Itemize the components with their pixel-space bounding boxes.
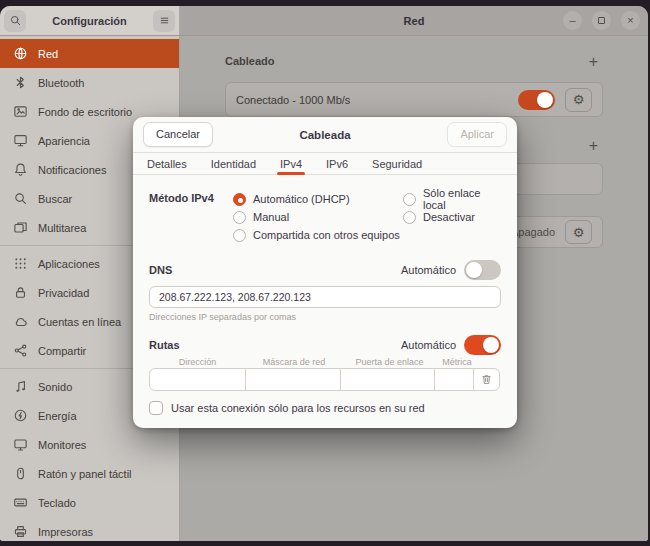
apps-grid-icon xyxy=(13,256,28,271)
wired-toggle[interactable] xyxy=(518,90,555,110)
sidebar-label: Cuentas en línea xyxy=(38,316,121,328)
radio-solo-enlace-local[interactable]: Sólo enlace local xyxy=(403,190,501,208)
close-button[interactable]: × xyxy=(621,11,640,30)
col-direccion: Dirección xyxy=(149,357,246,367)
mouse-icon xyxy=(13,466,28,481)
window-controls: – × xyxy=(563,11,640,30)
titlebar-left: Configuración xyxy=(0,6,180,35)
radio-label: Desactivar xyxy=(423,211,475,223)
bluetooth-icon xyxy=(13,75,28,90)
dns-auto-label: Automático xyxy=(401,264,456,276)
sidebar-label: Fondo de escritorio xyxy=(38,106,132,118)
tab-ipv6[interactable]: IPv6 xyxy=(314,153,360,174)
method-label: Método IPv4 xyxy=(149,190,233,244)
proxy-status: Apagado xyxy=(511,226,555,238)
col-mascara: Máscara de red xyxy=(246,357,342,367)
routes-section: Rutas Automático Dirección Máscara de re… xyxy=(149,335,501,415)
wired-settings-button[interactable]: ⚙ xyxy=(565,88,592,112)
sidebar-item-bluetooth[interactable]: Bluetooth xyxy=(0,68,179,97)
appearance-icon xyxy=(13,133,28,148)
sidebar-label: Energía xyxy=(38,410,77,422)
tab-seguridad[interactable]: Seguridad xyxy=(360,153,434,174)
radio-label: Compartida con otros equipos xyxy=(253,229,400,241)
routes-auto-group: Automático xyxy=(401,335,501,355)
dns-servers-input[interactable] xyxy=(149,286,501,308)
route-metric-input[interactable] xyxy=(434,368,474,391)
add-wired-button[interactable]: + xyxy=(589,54,598,70)
sidebar-label: Impresoras xyxy=(38,526,93,538)
radio-icon xyxy=(233,211,246,224)
sidebar-label: Notificaciones xyxy=(38,164,106,176)
wired-connection-row[interactable]: Conectado - 1000 Mb/s ⚙ xyxy=(225,82,603,117)
dialog-body: Método IPv4 Automático (DHCP) Manual Com… xyxy=(133,190,517,415)
sidebar-label: Privacidad xyxy=(38,287,89,299)
titlebar: Configuración Red – × xyxy=(0,6,648,36)
add-vpn-button[interactable]: + xyxy=(589,138,598,154)
wired-settings-dialog: Cancelar Cableada Aplicar Detalles Ident… xyxy=(133,117,517,428)
route-address-input[interactable] xyxy=(149,368,246,391)
radio-manual[interactable]: Manual xyxy=(233,208,403,226)
wired-section-title: Cableado xyxy=(225,55,275,67)
radio-label: Automático (DHCP) xyxy=(253,193,350,205)
restrict-connection-label: Usar esta conexión sólo para los recurso… xyxy=(171,402,425,414)
method-options-left: Automático (DHCP) Manual Compartida con … xyxy=(233,190,403,244)
dialog-header: Cancelar Cableada Aplicar xyxy=(133,117,517,153)
dns-label: DNS xyxy=(149,264,172,276)
music-note-icon xyxy=(13,379,28,394)
restrict-connection-row[interactable]: Usar esta conexión sólo para los recurso… xyxy=(149,401,501,415)
plus-icon: + xyxy=(589,53,598,70)
routes-label: Rutas xyxy=(149,339,180,351)
routes-column-headers: Dirección Máscara de red Puerta de enlac… xyxy=(149,357,501,367)
route-entry-row xyxy=(149,368,501,391)
radio-label: Sólo enlace local xyxy=(423,187,501,211)
tab-ipv4[interactable]: IPv4 xyxy=(268,153,314,174)
maximize-button[interactable] xyxy=(592,11,611,30)
network-globe-icon xyxy=(13,46,28,61)
sidebar-item-monitores[interactable]: Monitores xyxy=(0,430,179,459)
radio-compartida[interactable]: Compartida con otros equipos xyxy=(233,226,403,244)
lock-icon xyxy=(13,285,28,300)
tab-identidad[interactable]: Identidad xyxy=(199,153,268,174)
routes-auto-label: Automático xyxy=(401,339,456,351)
dns-section: DNS Automático Direcciones IP separadas … xyxy=(149,260,501,322)
checkbox-icon xyxy=(149,401,163,415)
search-icon xyxy=(13,191,28,206)
route-netmask-input[interactable] xyxy=(245,368,341,391)
power-icon xyxy=(13,408,28,423)
proxy-settings-button[interactable]: ⚙ xyxy=(565,220,592,244)
sidebar-label: Red xyxy=(38,48,58,60)
routes-auto-toggle[interactable] xyxy=(464,335,501,355)
dns-auto-toggle[interactable] xyxy=(464,260,501,280)
titlebar-right: Red – × xyxy=(180,6,648,35)
radio-automatico-dhcp[interactable]: Automático (DHCP) xyxy=(233,190,403,208)
sidebar-label: Compartir xyxy=(38,345,86,357)
radio-icon xyxy=(233,193,246,206)
sidebar-item-red[interactable]: Red xyxy=(0,39,179,68)
method-options-right: Sólo enlace local Desactivar xyxy=(403,190,501,244)
dialog-tabs: Detalles Identidad IPv4 IPv6 Seguridad xyxy=(133,153,517,175)
dns-hint: Direcciones IP separadas por comas xyxy=(149,312,501,322)
delete-route-button[interactable] xyxy=(473,368,500,391)
sidebar-label: Multitarea xyxy=(38,222,86,234)
route-gateway-input[interactable] xyxy=(340,368,435,391)
plus-icon: + xyxy=(589,137,598,154)
minimize-button[interactable]: – xyxy=(563,11,582,30)
sidebar-label: Ratón y panel táctil xyxy=(38,468,132,480)
menu-button[interactable] xyxy=(153,10,175,32)
keyboard-icon xyxy=(13,495,28,510)
apply-button[interactable]: Aplicar xyxy=(447,122,507,146)
cancel-button[interactable]: Cancelar xyxy=(143,122,213,146)
sidebar-label: Sonido xyxy=(38,381,72,393)
tab-detalles[interactable]: Detalles xyxy=(135,153,199,174)
sidebar-item-teclado[interactable]: Teclado xyxy=(0,488,179,517)
sidebar-item-raton[interactable]: Ratón y panel táctil xyxy=(0,459,179,488)
bell-icon xyxy=(13,162,28,177)
display-icon xyxy=(13,437,28,452)
sidebar-label: Aplicaciones xyxy=(38,258,100,270)
gear-icon: ⚙ xyxy=(573,226,585,239)
close-icon: × xyxy=(627,15,633,26)
search-button[interactable] xyxy=(4,10,26,32)
sidebar-item-impresoras[interactable]: Impresoras xyxy=(0,517,179,541)
trash-icon xyxy=(480,373,493,386)
sidebar-label: Bluetooth xyxy=(38,77,84,89)
